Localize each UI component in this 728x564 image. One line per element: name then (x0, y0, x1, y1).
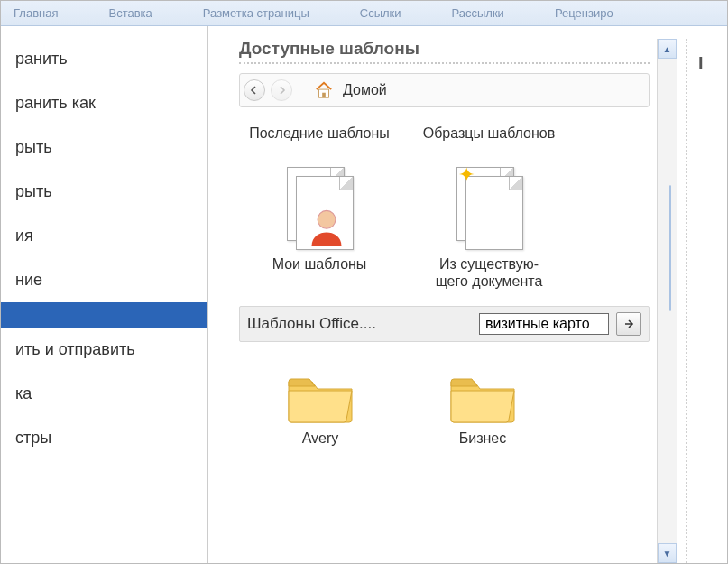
sidebar-item[interactable]: ранить (1, 37, 207, 81)
tile-label: Из существую- щего документа (414, 255, 564, 290)
templates-panel: Доступные шаблоны Домой Последние шаблон… (239, 39, 650, 563)
sidebar-item[interactable]: ние (1, 258, 207, 302)
ribbon-tabs: Главная Вставка Разметка страницы Ссылки… (1, 1, 727, 26)
breadcrumb-home[interactable]: Домой (343, 82, 387, 98)
folder-label: Бизнес (429, 430, 537, 447)
sidebar-item[interactable]: рыть (1, 170, 207, 214)
arrow-right-icon (277, 86, 286, 95)
template-tile-recent[interactable]: Последние шаблоны Мои шаблоны (243, 120, 396, 295)
tile-caption: Последние шаблоны (244, 125, 394, 162)
scroll-thumb[interactable] (669, 185, 671, 311)
home-icon[interactable] (314, 81, 334, 99)
ribbon-tab[interactable]: Рассылки (445, 3, 511, 23)
nav-forward-button[interactable] (271, 79, 292, 101)
ribbon-tab[interactable]: Вставка (101, 3, 159, 23)
sidebar-item[interactable]: ранить как (1, 81, 207, 125)
template-tile-samples[interactable]: Образцы шаблонов ✦ Из существую- щего до… (412, 120, 566, 295)
ribbon-tab[interactable]: Ссылки (353, 3, 409, 23)
breadcrumb-bar: Домой (239, 73, 650, 107)
arrow-right-icon (623, 319, 634, 329)
ribbon-tab[interactable]: Главная (6, 3, 65, 23)
template-search-input[interactable]: визитные карто (479, 313, 609, 335)
office-templates-row: Шаблоны Office.... визитные карто (239, 306, 650, 342)
office-templates-label: Шаблоны Office.... (247, 315, 472, 333)
folder-tile[interactable]: Бизнес (429, 369, 537, 447)
preview-panel-edge: I (686, 39, 718, 563)
sidebar-item[interactable]: ия (1, 214, 207, 258)
section-title: Доступные шаблоны (239, 39, 650, 59)
divider (239, 62, 650, 64)
search-go-button[interactable] (616, 312, 641, 336)
sidebar-item[interactable]: ить и отправить (1, 328, 207, 372)
sidebar-item[interactable]: рыть (1, 125, 207, 170)
svg-point-2 (318, 210, 336, 228)
backstage-sidebar: ранить ранить как рыть рыть ия ние ить и… (1, 26, 208, 563)
ribbon-tab[interactable]: Разметка страницы (196, 3, 317, 23)
folder-tile[interactable]: Avery (266, 369, 374, 447)
scroll-up-button[interactable]: ▲ (658, 39, 677, 59)
sidebar-item[interactable]: стры (1, 416, 207, 460)
vertical-scrollbar[interactable]: ▲ ▼ (657, 39, 677, 563)
folder-label: Avery (266, 430, 374, 447)
sparkle-icon: ✦ (458, 163, 475, 187)
folder-icon (447, 369, 518, 423)
tile-caption: Образцы шаблонов (414, 125, 564, 162)
scroll-down-button[interactable]: ▼ (658, 543, 677, 563)
ribbon-tab[interactable]: Рецензиро (548, 3, 621, 23)
document-new-icon: ✦ (453, 167, 525, 252)
sidebar-item-new[interactable] (1, 302, 207, 328)
folder-icon (285, 369, 355, 423)
nav-back-button[interactable] (244, 79, 265, 101)
arrow-left-icon (250, 86, 259, 95)
svg-rect-1 (322, 93, 326, 97)
document-stack-icon (283, 167, 355, 252)
sidebar-item[interactable]: ка (1, 372, 207, 416)
tile-label: Мои шаблоны (244, 255, 394, 273)
